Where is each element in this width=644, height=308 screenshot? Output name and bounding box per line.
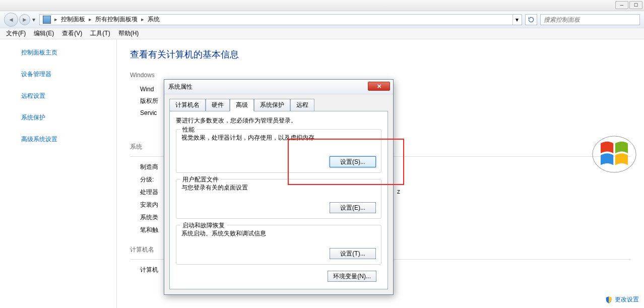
- breadcrumb-system[interactable]: 系统: [146, 15, 162, 24]
- refresh-button[interactable]: [525, 14, 537, 25]
- sidebar-remote-settings[interactable]: 远程设置: [21, 92, 104, 100]
- menu-tools[interactable]: 工具(T): [90, 29, 110, 38]
- shield-icon: [605, 296, 613, 304]
- tab-advanced[interactable]: 高级: [230, 99, 254, 111]
- window-titlebar: ─ ☐: [0, 0, 644, 11]
- svg-point-0: [593, 136, 636, 172]
- sidebar-control-panel-home[interactable]: 控制面板主页: [21, 48, 104, 57]
- menu-edit[interactable]: 编辑(E): [34, 29, 54, 38]
- search-input[interactable]: [544, 16, 636, 23]
- address-bar[interactable]: ▸ 控制面板 ▸ 所有控制面板项 ▸ 系统 ▾: [39, 14, 522, 25]
- maximize-button[interactable]: ☐: [629, 1, 642, 9]
- group-user-profiles-desc: 与您登录有关的桌面设置: [181, 183, 376, 192]
- group-startup-recovery-title: 启动和故障恢复: [180, 221, 227, 230]
- tab-computer-name[interactable]: 计算机名: [169, 99, 206, 111]
- group-performance: 性能 视觉效果，处理器计划，内存使用，以及虚拟内存 设置(S)...: [176, 129, 381, 173]
- refresh-icon: [528, 16, 535, 23]
- admin-note: 要进行大多数更改，您必须作为管理员登录。: [176, 116, 381, 125]
- user-profiles-settings-button[interactable]: 设置(E)...: [330, 202, 376, 213]
- chevron-right-icon: ▸: [87, 16, 93, 23]
- minimize-button[interactable]: ─: [615, 1, 628, 9]
- system-properties-dialog: 系统属性 ✕ 计算机名 硬件 高级 系统保护 远程 要进行大多数更改，您必须作为…: [164, 79, 394, 295]
- windows-logo: [592, 135, 637, 175]
- nav-history-dropdown[interactable]: ▾: [31, 15, 36, 25]
- group-user-profiles: 用户配置文件 与您登录有关的桌面设置 设置(E)...: [176, 179, 381, 219]
- windows-logo-icon: [592, 135, 637, 173]
- breadcrumb-all-items[interactable]: 所有控制面板项: [93, 15, 140, 24]
- sidebar-device-manager[interactable]: 设备管理器: [21, 70, 104, 79]
- tab-remote[interactable]: 远程: [290, 99, 314, 111]
- dialog-tabs: 计算机名 硬件 高级 系统保护 远程: [164, 94, 393, 111]
- left-sidebar: 控制面板主页 设备管理器 远程设置 系统保护 高级系统设置: [0, 39, 117, 308]
- group-performance-desc: 视觉效果，处理器计划，内存使用，以及虚拟内存: [181, 134, 376, 142]
- location-icon: [43, 16, 51, 24]
- arrow-left-icon: ◄: [8, 16, 14, 23]
- dialog-titlebar[interactable]: 系统属性 ✕: [164, 80, 393, 94]
- menu-view[interactable]: 查看(V): [62, 29, 82, 38]
- back-button[interactable]: ◄: [4, 13, 18, 27]
- sidebar-system-protection[interactable]: 系统保护: [21, 113, 104, 122]
- tab-hardware[interactable]: 硬件: [206, 99, 230, 111]
- dialog-body: 要进行大多数更改，您必须作为管理员登录。 性能 视觉效果，处理器计划，内存使用，…: [169, 111, 388, 289]
- group-startup-recovery: 启动和故障恢复 系统启动、系统失败和调试信息 设置(T)...: [176, 225, 381, 265]
- dialog-title: 系统属性: [168, 83, 192, 91]
- change-settings-label: 更改设置: [615, 295, 639, 304]
- startup-recovery-settings-button[interactable]: 设置(T)...: [330, 248, 376, 259]
- address-bar-row: ◄ ► ▾ ▸ 控制面板 ▸ 所有控制面板项 ▸ 系统 ▾: [0, 11, 644, 28]
- chevron-right-icon: ▸: [140, 16, 146, 23]
- change-settings-link[interactable]: 更改设置: [605, 295, 639, 304]
- chevron-right-icon: ▸: [53, 16, 59, 23]
- tab-system-protection[interactable]: 系统保护: [254, 99, 290, 111]
- dialog-close-button[interactable]: ✕: [368, 82, 390, 91]
- group-startup-recovery-desc: 系统启动、系统失败和调试信息: [181, 229, 376, 238]
- environment-variables-button[interactable]: 环境变量(N)...: [328, 271, 376, 282]
- menu-help[interactable]: 帮助(H): [118, 29, 139, 38]
- performance-settings-button[interactable]: 设置(S)...: [330, 156, 376, 167]
- sidebar-advanced-system-settings[interactable]: 高级系统设置: [21, 135, 104, 144]
- breadcrumb-control-panel[interactable]: 控制面板: [59, 15, 87, 24]
- close-icon: ✕: [377, 83, 381, 90]
- arrow-right-icon: ►: [22, 16, 28, 23]
- search-box[interactable]: [540, 14, 640, 25]
- group-user-profiles-title: 用户配置文件: [180, 175, 221, 184]
- forward-button[interactable]: ►: [19, 14, 30, 25]
- section-windows-edition: Windows: [130, 72, 631, 79]
- menu-file[interactable]: 文件(F): [6, 29, 26, 38]
- page-title: 查看有关计算机的基本信息: [130, 48, 631, 60]
- group-performance-title: 性能: [180, 126, 197, 134]
- address-dropdown[interactable]: ▾: [512, 15, 521, 25]
- menu-bar: 文件(F) 编辑(E) 查看(V) 工具(T) 帮助(H): [0, 28, 644, 39]
